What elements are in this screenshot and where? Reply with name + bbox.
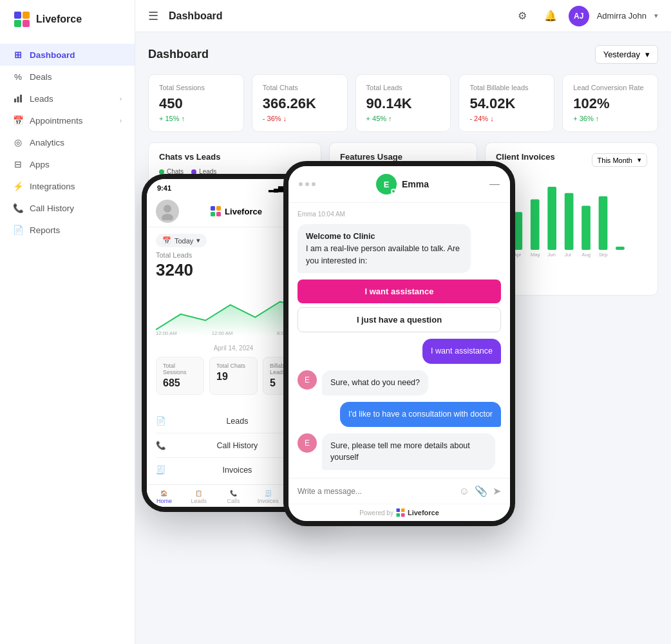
percent-icon: % — [13, 71, 23, 82]
svg-text:12:00 AM: 12:00 AM — [156, 330, 177, 336]
invoices-period[interactable]: This Month ▾ — [592, 153, 647, 167]
svg-text:Jun: Jun — [547, 252, 556, 258]
svg-rect-47 — [211, 212, 215, 216]
billable-label: Total Billable leads — [469, 84, 543, 91]
svg-rect-2 — [14, 20, 21, 27]
sidebar-label-integrations: Integrations — [30, 182, 75, 191]
attachment-icon[interactable]: 📎 — [475, 485, 487, 497]
sidebar-label-reports: Reports — [30, 225, 60, 235]
phone-icon: 📞 — [13, 203, 23, 213]
online-indicator — [391, 189, 396, 194]
sidebar-item-appointments[interactable]: 📅 Appointments › — [0, 109, 135, 131]
analytics-icon: ◎ — [13, 137, 23, 147]
bottom-nav-invoices[interactable]: 🧾Invoices — [250, 490, 285, 504]
bar-chart-icon — [13, 93, 23, 104]
svg-rect-5 — [17, 97, 19, 102]
chat-agent-avatar-header: E — [376, 174, 397, 194]
sidebar-item-apps[interactable]: ⊟ Apps — [0, 153, 135, 175]
user-avatar: AJ — [569, 6, 589, 26]
chats-label: Total Chats — [263, 84, 337, 91]
svg-rect-1 — [23, 12, 30, 19]
sidebar-item-reports[interactable]: 📄 Reports — [0, 219, 135, 241]
chat-header: E Emma — — [288, 166, 510, 203]
svg-rect-48 — [216, 212, 221, 216]
sidebar-item-dashboard[interactable]: ⊞ Dashboard — [0, 44, 135, 66]
phone-menu-icon-leads: 📄 — [156, 416, 166, 426]
notifications-button[interactable]: 🔔 — [540, 6, 561, 26]
bottom-nav-home[interactable]: 🏠Home — [147, 490, 182, 504]
sidebar-label-call-history: Call History — [30, 204, 74, 213]
dashboard-header: Dashboard Yesterday ▾ — [148, 45, 658, 64]
svg-rect-32 — [547, 187, 556, 250]
assistance-button[interactable]: I want assistance — [298, 279, 501, 303]
sidebar-item-call-history[interactable]: 📞 Call History — [0, 197, 135, 219]
sidebar-item-integrations[interactable]: ⚡ Integrations — [0, 175, 135, 197]
features-title: Features Usage — [340, 152, 466, 162]
period-selector[interactable]: Yesterday ▾ — [595, 45, 658, 64]
agent-reply-1-row: E Sure, what do you need? — [298, 370, 501, 395]
sessions-value: 450 — [159, 95, 233, 112]
svg-text:Aug: Aug — [581, 252, 591, 258]
today-button[interactable]: 📅 Today ▾ — [156, 234, 207, 247]
stat-card-leads: Total Leads 90.14K + 45% ↑ — [355, 74, 451, 132]
phone-menu-icon-calls: 📞 — [156, 440, 166, 450]
user-reply-1: I want assistance — [422, 339, 501, 364]
phone-sessions-value: 685 — [163, 377, 197, 389]
stat-card-sessions: Total Sessions 450 + 15% ↑ — [148, 74, 244, 132]
phone-stat-sessions: Total Sessions 685 — [156, 357, 204, 395]
conversion-value: 102% — [573, 95, 647, 112]
page-title: Dashboard — [169, 10, 502, 22]
chat-input-area: ☺ 📎 ➤ — [288, 478, 510, 504]
calendar-icon: 📅 — [13, 115, 23, 126]
agent-reply-2-row: E Sure, please tell me more details abou… — [298, 433, 501, 471]
sidebar-item-deals[interactable]: % Deals — [0, 66, 135, 88]
message-timestamp: Emma 10:04 AM — [298, 211, 501, 218]
user-dropdown-arrow[interactable]: ▾ — [654, 12, 658, 20]
leads-change: + 45% ↑ — [366, 115, 440, 122]
svg-rect-3 — [23, 20, 30, 27]
hamburger-button[interactable]: ☰ — [148, 9, 158, 23]
bottom-nav-calls[interactable]: 📞Calls — [216, 490, 251, 504]
user-reply-2: I'd like to have a consultation with doc… — [340, 402, 501, 427]
chat-minimize-button[interactable]: — — [489, 178, 500, 190]
invoices-bar-svg: $4000 $3000 $2000 $1000 Apr May — [496, 173, 647, 263]
svg-point-43 — [164, 205, 171, 213]
period-dropdown-arrow: ▾ — [645, 50, 650, 59]
send-icon[interactable]: ➤ — [493, 485, 501, 497]
sessions-change: + 15% ↑ — [159, 115, 233, 122]
billable-value: 54.02K — [469, 95, 543, 112]
bottom-nav-leads[interactable]: 📋Leads — [182, 490, 216, 504]
svg-rect-36 — [616, 247, 625, 250]
chats-change: - 36% ↓ — [263, 115, 337, 122]
stat-card-conversion: Lead Conversion Rate 102% + 36% ↑ — [562, 74, 658, 132]
apps-icon: ⊟ — [13, 159, 23, 169]
svg-rect-4 — [14, 99, 16, 102]
invoices-title: Client Invoices — [496, 152, 555, 162]
powered-by-section: Powered by Liveforce — [288, 504, 510, 521]
sidebar-label-dashboard: Dashboard — [30, 50, 75, 60]
sidebar-label-analytics: Analytics — [30, 138, 64, 147]
stat-card-billable: Total Billable leads 54.02K - 24% ↓ — [458, 74, 554, 132]
chat-message-input[interactable] — [298, 487, 454, 496]
chat-input-icons: ☺ 📎 ➤ — [459, 485, 501, 497]
dashboard-content: Dashboard Yesterday ▾ Total Sessions 450… — [135, 32, 671, 644]
emoji-icon[interactable]: ☺ — [459, 486, 469, 497]
settings-button[interactable]: ⚙ — [512, 6, 533, 26]
conversion-change: + 36% ↑ — [573, 115, 647, 122]
chats-value: 366.26K — [263, 95, 337, 112]
chat-mockup: E Emma — Emma 10:04 AM Welcome to Clinic… — [283, 161, 515, 526]
sidebar-item-leads[interactable]: Leads › — [0, 88, 135, 109]
svg-rect-34 — [581, 205, 591, 250]
invoices-header: Client Invoices This Month ▾ — [496, 152, 647, 168]
question-button[interactable]: I just have a question — [298, 307, 501, 332]
agent-reply-avatar-2: E — [298, 433, 317, 453]
dashboard-title: Dashboard — [148, 48, 209, 61]
sidebar-item-analytics[interactable]: ◎ Analytics — [0, 131, 135, 153]
top-header: ☰ Dashboard ⚙ 🔔 AJ Admirra John ▾ — [135, 0, 671, 32]
phone-logo-icon — [210, 205, 222, 217]
leads-label: Total Leads — [366, 84, 440, 91]
agent-reply-avatar-1: E — [298, 370, 317, 390]
liveforce-logo-icon — [13, 10, 31, 28]
svg-rect-56 — [401, 513, 405, 517]
chat-agent-info: E Emma — [322, 174, 483, 194]
